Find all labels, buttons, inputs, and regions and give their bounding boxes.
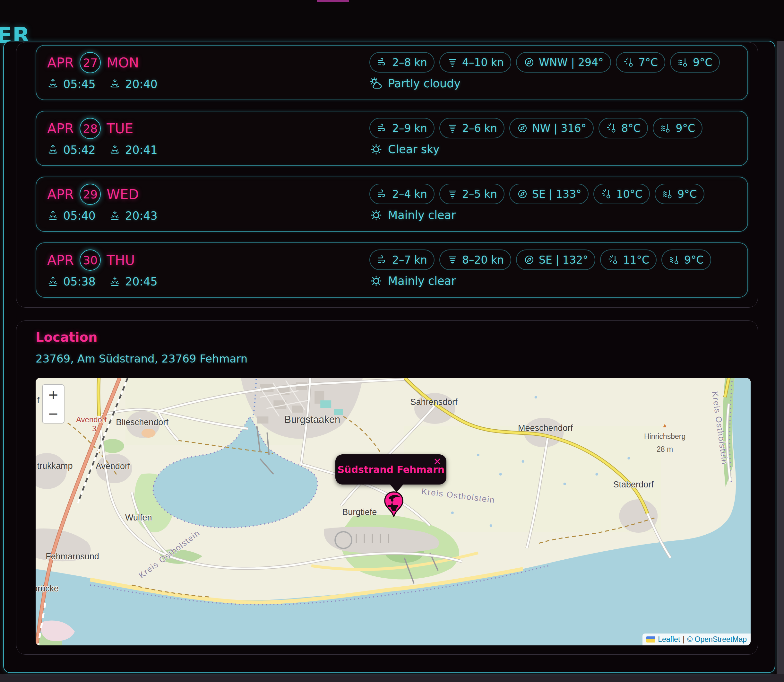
- zoom-out-button[interactable]: −: [43, 404, 64, 423]
- compass-icon: [517, 122, 528, 134]
- date-month: APR: [47, 121, 74, 137]
- thermometer-water-icon: [669, 254, 681, 266]
- gusts-icon: [447, 56, 458, 68]
- compass-icon: [517, 188, 528, 200]
- water-temp-badge: 9°C: [653, 118, 703, 139]
- date-month: APR: [47, 55, 74, 71]
- sunset-icon: [109, 210, 121, 221]
- scrollbar-track[interactable]: [777, 41, 784, 682]
- sun-icon: [369, 143, 383, 156]
- date-weekday: TUE: [107, 121, 133, 137]
- direction-badge: NW | 316°: [509, 118, 594, 139]
- close-icon[interactable]: ✕: [433, 457, 441, 467]
- weather-badges: 2–9 kn 2–6 kn NW | 316°: [369, 118, 738, 139]
- wind-badge: 2–7 kn: [369, 250, 434, 270]
- sun-times-row: 05:45 20:40: [47, 78, 369, 91]
- gusts-value: 8–20 kn: [462, 254, 504, 266]
- sun-times-row: 05:42 20:41: [47, 143, 369, 156]
- direction-badge: WNW | 294°: [516, 52, 611, 73]
- date-row: APR 29 WED: [47, 184, 369, 205]
- leaflet-link[interactable]: Leaflet: [658, 635, 680, 644]
- thermometer-water-icon: [662, 188, 674, 200]
- forecast-list: APR 27 MON 05:45 20:4: [36, 45, 748, 298]
- openstreetmap-link[interactable]: © OpenStreetMap: [687, 635, 747, 644]
- water-temp-value: 9°C: [677, 188, 697, 200]
- condition-text: Clear sky: [388, 143, 440, 156]
- sunset-time: 20:45: [125, 275, 157, 288]
- sun-times-row: 05:40 20:43: [47, 209, 369, 222]
- zoom-in-button[interactable]: +: [43, 385, 64, 404]
- thermometer-sun-icon: [606, 122, 617, 134]
- sun-times-row: 05:38 20:45: [47, 275, 369, 288]
- map-label: ▲: [662, 422, 668, 429]
- main-content-card: APR 27 MON 05:45 20:4: [3, 41, 775, 673]
- air-temp-value: 10°C: [616, 188, 642, 200]
- location-heading: Location: [36, 330, 758, 344]
- day-card-left: APR 28 TUE 05:42 20:4: [47, 118, 369, 161]
- sun-icon: [369, 209, 383, 222]
- kitesurfer-pin-icon: [383, 491, 404, 517]
- wind-value: 2–9 kn: [392, 122, 427, 135]
- day-card-right: 2–8 kn 4–10 kn WNW | 294°: [369, 52, 738, 95]
- map-label: 3: [92, 424, 96, 433]
- date-row: APR 30 THU: [47, 250, 369, 271]
- wind-badge: 2–8 kn: [369, 52, 434, 73]
- date-day: 28: [83, 122, 97, 135]
- map-label: trukkamp: [37, 461, 73, 471]
- thermometer-sun-icon: [623, 56, 635, 68]
- sunset-icon: [109, 276, 121, 287]
- date-month: APR: [47, 252, 74, 268]
- day-card-right: 2–7 kn 8–20 kn SE | 132°: [369, 250, 738, 293]
- condition-row: Clear sky: [369, 143, 738, 156]
- map-label: 28 m: [657, 445, 673, 453]
- condition-text: Partly cloudy: [388, 77, 461, 90]
- sunrise-icon: [47, 78, 59, 90]
- wind-icon: [377, 122, 388, 134]
- air-temp-badge: 10°C: [593, 184, 650, 204]
- condition-row: Partly cloudy: [369, 77, 738, 90]
- weather-app-page: ER APR 27 MON 05:45: [0, 0, 784, 682]
- forecast-day-card: APR 27 MON 05:45 20:4: [36, 45, 748, 100]
- gusts-icon: [447, 254, 458, 266]
- wind-icon: [377, 188, 388, 200]
- direction-badge: SE | 133°: [509, 184, 588, 204]
- wind-value: 2–7 kn: [392, 254, 427, 266]
- sunrise-icon: [47, 210, 59, 221]
- condition-text: Mainly clear: [388, 209, 456, 221]
- popup-title: Südstrand Fehmarn: [336, 464, 446, 475]
- wind-value: 2–4 kn: [392, 188, 427, 200]
- air-temp-badge: 11°C: [600, 250, 657, 270]
- location-section: Location 23769, Am Südstrand, 23769 Fehm…: [16, 320, 758, 655]
- date-day-circle: 28: [80, 118, 101, 139]
- air-temp-value: 8°C: [621, 122, 641, 135]
- direction-value: SE | 133°: [532, 188, 581, 200]
- ukraine-flag-icon: [646, 636, 655, 642]
- thermometer-sun-icon: [601, 188, 612, 200]
- wind-icon: [377, 254, 388, 266]
- gusts-icon: [447, 188, 458, 200]
- condition-row: Mainly clear: [369, 274, 738, 288]
- map-marker[interactable]: [383, 491, 404, 519]
- weather-badges: 2–8 kn 4–10 kn WNW | 294°: [369, 52, 738, 73]
- water-temp-badge: 9°C: [662, 250, 711, 270]
- gusts-badge: 8–20 kn: [439, 250, 511, 270]
- map-label: f: [37, 395, 40, 405]
- map-zoom-control: + −: [42, 384, 65, 424]
- sunrise-icon: [47, 276, 59, 287]
- date-weekday: THU: [107, 252, 135, 268]
- wind-value: 2–8 kn: [392, 56, 427, 69]
- water-temp-value: 9°C: [693, 56, 712, 69]
- map-label: Blieschendorf: [116, 417, 169, 427]
- water-temp-badge: 9°C: [670, 52, 720, 73]
- wind-badge: 2–9 kn: [369, 118, 434, 139]
- map-attribution: Leaflet | © OpenStreetMap: [642, 634, 751, 645]
- map-label: Fehmarnsund: [46, 551, 99, 562]
- map[interactable]: ftrukkampAvendorfBlieschendorfBurgstaake…: [36, 378, 751, 645]
- water-temp-value: 9°C: [676, 122, 695, 135]
- forecast-section: APR 27 MON 05:45 20:4: [16, 42, 758, 308]
- weather-badges: 2–4 kn 2–5 kn SE | 133°: [369, 184, 738, 204]
- water-temp-badge: 9°C: [655, 184, 704, 204]
- map-label: Staberdorf: [613, 480, 654, 490]
- attribution-separator: |: [682, 635, 684, 644]
- sun-cloud-icon: [369, 77, 383, 90]
